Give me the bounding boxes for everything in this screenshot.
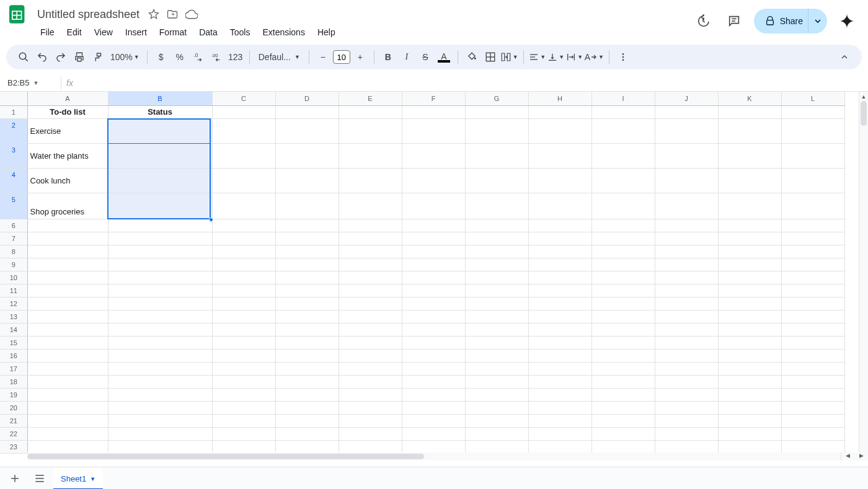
- cell[interactable]: [339, 336, 402, 349]
- cell[interactable]: [781, 401, 844, 414]
- cell[interactable]: [339, 297, 402, 310]
- cell[interactable]: [591, 310, 655, 323]
- cell[interactable]: [781, 245, 844, 258]
- borders-button[interactable]: [482, 48, 499, 66]
- cell[interactable]: [402, 440, 465, 453]
- cell[interactable]: [591, 440, 655, 453]
- cell[interactable]: [27, 271, 108, 284]
- cell[interactable]: [591, 401, 655, 414]
- scroll-up-icon[interactable]: ▲: [859, 92, 868, 101]
- cell[interactable]: [339, 193, 402, 219]
- cell[interactable]: [27, 440, 108, 453]
- vertical-align-button[interactable]: ▼: [547, 48, 565, 66]
- scroll-left-icon[interactable]: ◀: [841, 452, 855, 460]
- cell[interactable]: [591, 219, 655, 232]
- cell[interactable]: [339, 232, 402, 245]
- cell[interactable]: [275, 105, 339, 118]
- cell[interactable]: [781, 427, 844, 440]
- cell[interactable]: [465, 323, 528, 336]
- cell[interactable]: [402, 271, 465, 284]
- cell[interactable]: [108, 349, 212, 362]
- cell[interactable]: [108, 362, 212, 375]
- cell[interactable]: [275, 219, 339, 232]
- cell[interactable]: [402, 297, 465, 310]
- zoom-select[interactable]: 100%▼: [108, 48, 142, 66]
- cell[interactable]: [465, 284, 528, 297]
- cell[interactable]: [212, 414, 275, 427]
- cell[interactable]: [718, 219, 781, 232]
- cell[interactable]: [781, 284, 844, 297]
- cell[interactable]: [212, 297, 275, 310]
- cell[interactable]: [781, 105, 844, 118]
- row-header-14[interactable]: 14: [0, 323, 27, 336]
- cell[interactable]: [108, 414, 212, 427]
- cell[interactable]: [402, 284, 465, 297]
- cell[interactable]: [339, 440, 402, 453]
- cell[interactable]: [718, 105, 781, 118]
- cell[interactable]: [528, 143, 591, 168]
- cell[interactable]: [718, 258, 781, 271]
- cell[interactable]: [402, 427, 465, 440]
- text-color-button[interactable]: A: [435, 48, 453, 66]
- cell[interactable]: [402, 336, 465, 349]
- cell[interactable]: [212, 284, 275, 297]
- font-size-input[interactable]: [333, 50, 350, 64]
- cell[interactable]: [339, 323, 402, 336]
- cell[interactable]: [275, 349, 339, 362]
- cloud-status-icon[interactable]: [185, 8, 198, 20]
- cell[interactable]: [275, 168, 339, 193]
- cell[interactable]: [27, 375, 108, 388]
- cell[interactable]: [465, 336, 528, 349]
- font-family-select[interactable]: Defaul...▼: [255, 48, 304, 66]
- cell[interactable]: [108, 232, 212, 245]
- row-header-6[interactable]: 6: [0, 219, 27, 232]
- redo-icon[interactable]: [52, 48, 69, 66]
- cell[interactable]: [718, 118, 781, 143]
- cell[interactable]: [212, 362, 275, 375]
- row-header-1[interactable]: 1: [0, 105, 27, 118]
- cell[interactable]: [781, 258, 844, 271]
- cell[interactable]: [781, 440, 844, 453]
- cell[interactable]: [402, 168, 465, 193]
- cell[interactable]: [275, 297, 339, 310]
- col-header-C[interactable]: C: [212, 92, 275, 105]
- cell[interactable]: [402, 375, 465, 388]
- cell[interactable]: [528, 375, 591, 388]
- cell[interactable]: [27, 427, 108, 440]
- cell[interactable]: [27, 323, 108, 336]
- cell[interactable]: [718, 388, 781, 401]
- cell[interactable]: [655, 232, 718, 245]
- cell[interactable]: [212, 271, 275, 284]
- col-header-A[interactable]: A: [27, 92, 108, 105]
- cell[interactable]: [27, 362, 108, 375]
- select-all-corner[interactable]: [0, 92, 27, 105]
- cell[interactable]: [402, 219, 465, 232]
- cell[interactable]: [212, 427, 275, 440]
- cell[interactable]: [465, 414, 528, 427]
- cell[interactable]: [402, 258, 465, 271]
- cell[interactable]: [465, 219, 528, 232]
- cell[interactable]: [718, 245, 781, 258]
- row-header-11[interactable]: 11: [0, 284, 27, 297]
- cell[interactable]: [591, 349, 655, 362]
- menu-extensions[interactable]: Extensions: [257, 25, 310, 40]
- cell[interactable]: [402, 362, 465, 375]
- cell[interactable]: [655, 440, 718, 453]
- cell[interactable]: [528, 284, 591, 297]
- cell[interactable]: [781, 336, 844, 349]
- cell[interactable]: [718, 284, 781, 297]
- cell[interactable]: [781, 310, 844, 323]
- add-sheet-button[interactable]: [4, 469, 26, 488]
- cell[interactable]: [528, 168, 591, 193]
- col-header-J[interactable]: J: [655, 92, 718, 105]
- row-header-9[interactable]: 9: [0, 258, 27, 271]
- cell[interactable]: [718, 336, 781, 349]
- row-header-16[interactable]: 16: [0, 349, 27, 362]
- cell[interactable]: [591, 232, 655, 245]
- cell[interactable]: [212, 349, 275, 362]
- cell[interactable]: [275, 271, 339, 284]
- cell[interactable]: [465, 310, 528, 323]
- cell[interactable]: [718, 168, 781, 193]
- increase-decimal[interactable]: .00: [208, 48, 226, 66]
- strikethrough-button[interactable]: S: [417, 48, 434, 66]
